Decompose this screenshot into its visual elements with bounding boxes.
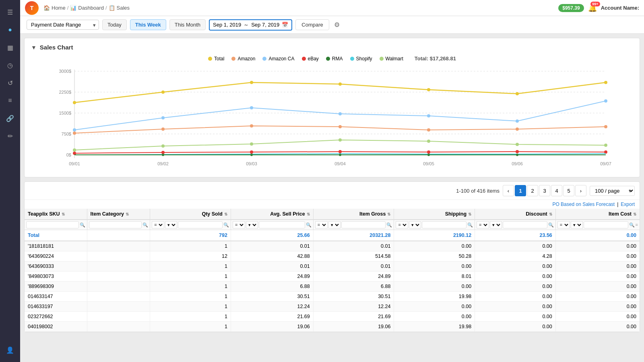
sidebar-edit-icon[interactable]: ✏: [2, 128, 18, 144]
export-link[interactable]: Export: [621, 202, 635, 207]
filter-qty-search-icon[interactable]: 🔍: [223, 222, 229, 228]
page-4-button[interactable]: 4: [551, 185, 562, 196]
svg-point-15: [339, 82, 342, 86]
filter-gross-op-select[interactable]: =: [315, 221, 328, 228]
filter-gross-input[interactable]: [341, 221, 386, 228]
sort-avg-price-icon[interactable]: ⇅: [307, 212, 310, 216]
svg-text:09/07: 09/07: [600, 161, 611, 166]
filter-cost-op-select[interactable]: =: [557, 221, 570, 228]
table-row[interactable]: '849803073 1 24.89 24.89 8.01 0.00 0.00: [25, 272, 640, 282]
sort-cost-icon[interactable]: ⇅: [633, 212, 636, 216]
filter-gross-search-icon[interactable]: 🔍: [386, 222, 392, 228]
filter-gross-dir-select[interactable]: ▾: [328, 221, 341, 228]
next-page-button[interactable]: ›: [575, 185, 586, 196]
table-row[interactable]: 014633197 1 12.24 12.24 0.00 0.00 0.00: [25, 302, 640, 312]
filter-qty-dir-select[interactable]: ▾: [165, 221, 177, 228]
filter-shipping-input[interactable]: [422, 221, 466, 228]
chart-section: ▼ Sales Chart Total Amazon Amazon CA: [24, 38, 640, 177]
table-row[interactable]: 023272662 1 21.69 21.69 0.00 0.00 0.00: [25, 312, 640, 322]
svg-point-23: [427, 114, 430, 117]
sidebar-menu-icon[interactable]: ☰: [2, 4, 18, 20]
filter-sku-search-icon[interactable]: 🔍: [80, 222, 85, 228]
filter-shipping-op-select[interactable]: =: [396, 221, 408, 228]
legend-ebay[interactable]: eBay: [302, 56, 319, 62]
chart-svg: 3000$ 2250$ 1500$ 750$ 0$ 09/01 09/02: [31, 66, 633, 170]
legend-total[interactable]: Total: [208, 56, 224, 62]
filter-avg-search-icon[interactable]: 🔍: [306, 222, 312, 228]
chart-collapse-icon[interactable]: ▼: [31, 44, 37, 51]
page-3-button[interactable]: 3: [539, 185, 550, 196]
sort-discount-icon[interactable]: ⇅: [549, 212, 552, 216]
po-forecast-link[interactable]: PO Based on Sales Forecast: [552, 202, 615, 207]
per-page-select[interactable]: 100 / page: [590, 186, 635, 196]
filter-shipping-dir-select[interactable]: ▾: [409, 221, 421, 228]
cell-gross: 21.69: [313, 312, 394, 322]
legend-walmart[interactable]: Walmart: [380, 56, 403, 62]
sidebar-link-icon[interactable]: 🔗: [2, 110, 18, 126]
balance-badge[interactable]: $957.39: [558, 4, 584, 12]
this-week-button[interactable]: This Week: [130, 19, 166, 30]
date-range-select[interactable]: Payment Date Range: [27, 20, 99, 30]
sidebar-list-icon[interactable]: ≡: [2, 93, 18, 109]
table-row[interactable]: '889698309 1 6.88 6.88 0.00 0.00 0.00: [25, 282, 640, 292]
date-range-input: Sep 1, 2019 ～ Sep 7, 2019 📅: [209, 19, 292, 31]
filter-qty-op-select[interactable]: =: [152, 221, 164, 228]
filter-cost-input[interactable]: [584, 221, 628, 228]
filter-avg-dir-select[interactable]: ▾: [246, 221, 258, 228]
filter-discount-input[interactable]: [503, 221, 547, 228]
filter-cost-extra-icon[interactable]: =: [636, 222, 638, 227]
sort-sku-icon[interactable]: ⇅: [62, 212, 65, 216]
filter-avg-op-select[interactable]: =: [233, 221, 245, 228]
filter-category-input[interactable]: [89, 221, 142, 228]
sidebar-user-icon[interactable]: 👤: [2, 342, 18, 358]
compare-button[interactable]: Compare: [295, 19, 329, 30]
legend-shopify[interactable]: Shopify: [350, 56, 372, 62]
table-row[interactable]: '181818181 1 0.01 0.01 0.00 0.00 0.00: [25, 241, 640, 251]
th-sku: Teapplix SKU ⇅: [25, 209, 87, 220]
filter-category-search-icon[interactable]: 🔍: [142, 222, 148, 228]
filter-qty-input[interactable]: [178, 221, 223, 228]
legend-rma[interactable]: RMA: [326, 56, 343, 62]
cell-avg-price: 42.88: [231, 251, 313, 261]
svg-point-45: [516, 150, 519, 153]
breadcrumb-sales-link[interactable]: Sales: [117, 5, 130, 11]
page-5-button[interactable]: 5: [563, 185, 574, 196]
breadcrumb-dashboard-link[interactable]: Dashboard: [78, 5, 104, 11]
table-row[interactable]: '643690333 1 0.01 0.01 0.00 0.00 0.00: [25, 261, 640, 272]
filter-sku-input[interactable]: [26, 221, 79, 228]
this-month-button[interactable]: This Month: [169, 19, 206, 30]
cell-sku: 014633197: [25, 302, 87, 312]
filter-cost-search-icon[interactable]: 🔍: [629, 222, 635, 228]
notification-icon[interactable]: 🔔 99+: [588, 4, 597, 12]
filter-discount-op-select[interactable]: =: [477, 221, 489, 228]
y-label-750: 750$: [62, 132, 71, 136]
sidebar-refresh-icon[interactable]: ↺: [2, 75, 18, 91]
calendar-icon[interactable]: 📅: [282, 22, 288, 28]
settings-icon-button[interactable]: ⚙: [332, 19, 341, 30]
table-row[interactable]: '643690224 12 42.88 514.58 50.28 4.28 0.…: [25, 251, 640, 261]
legend-amazon-ca[interactable]: Amazon CA: [262, 56, 294, 62]
sort-qty-icon[interactable]: ⇅: [224, 212, 227, 216]
svg-point-41: [161, 151, 165, 154]
prev-page-button[interactable]: ‹: [503, 185, 514, 196]
sort-category-icon[interactable]: ⇅: [126, 212, 129, 216]
cell-shipping: 0.00: [394, 302, 475, 312]
filter-cost-dir-select[interactable]: ▾: [571, 221, 583, 228]
filter-avg-input[interactable]: [259, 221, 305, 228]
sidebar-home-icon[interactable]: ●: [2, 22, 18, 38]
sort-gross-icon[interactable]: ⇅: [387, 212, 390, 216]
filter-discount-search-icon[interactable]: 🔍: [548, 222, 554, 228]
table-row[interactable]: 040198002 1 19.06 19.06 19.98 0.00 0.00: [25, 322, 640, 332]
table-row[interactable]: 014633147 1 30.51 30.51 19.98 0.00 0.00: [25, 292, 640, 302]
sidebar-history-icon[interactable]: ◷: [2, 57, 18, 73]
breadcrumb-home-link[interactable]: Home: [52, 5, 66, 11]
page-1-button[interactable]: 1: [515, 185, 526, 196]
today-button[interactable]: Today: [102, 19, 127, 30]
page-2-button[interactable]: 2: [527, 185, 538, 196]
table-links-separator: |: [617, 202, 618, 207]
legend-amazon[interactable]: Amazon: [231, 56, 255, 62]
filter-shipping-search-icon[interactable]: 🔍: [467, 222, 473, 228]
sort-shipping-icon[interactable]: ⇅: [468, 212, 471, 216]
sidebar-grid-icon[interactable]: ▦: [2, 39, 18, 56]
filter-discount-dir-select[interactable]: ▾: [490, 221, 502, 228]
